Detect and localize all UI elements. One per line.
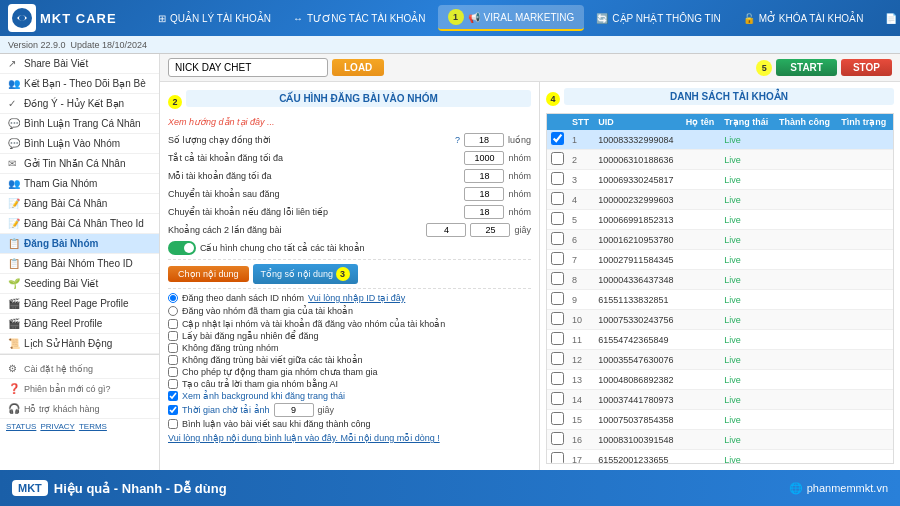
footer-slogan: Hiệu quả - Nhanh - Dễ dùng (54, 481, 227, 496)
config-input-3[interactable] (464, 169, 504, 183)
sidebar-item-binh-luan-nhom[interactable]: 💬 Bình Luận Vào Nhóm (0, 134, 159, 154)
checkbox-thoi-gian-cho[interactable] (168, 405, 178, 415)
checkbox-khong-trung-bai[interactable] (168, 355, 178, 365)
checkbox-tao-cau-tra-loi[interactable] (168, 379, 178, 389)
row-tinh-trang-6 (837, 230, 893, 250)
row-checkbox-3[interactable] (547, 170, 568, 190)
checkbox-row-7: Xem ảnh background khi đăng trang thái (168, 391, 531, 401)
search-input[interactable] (168, 58, 328, 77)
config-input-4[interactable] (464, 187, 504, 201)
settings-icon: ⚙ (8, 363, 20, 374)
tab-quan-ly-noi-dung[interactable]: 📄 QUẢN LÝ NỘI DUNG (875, 9, 900, 28)
table-row: 7 100027911584345 Live (547, 250, 893, 270)
sidebar-item-dang-bai-nhom[interactable]: 📋 Đăng Bài Nhóm (0, 234, 159, 254)
checkbox-binh-luan-sau[interactable] (168, 419, 178, 429)
account-panel: 4 DANH SÁCH TÀI KHOẢN STT UID Họ tên Trạ… (540, 82, 900, 470)
content-number-3: 3 (336, 267, 350, 281)
radio-danh-sach-id[interactable] (168, 293, 178, 303)
row-checkbox-7[interactable] (547, 250, 568, 270)
chon-noi-dung-button[interactable]: Chọn nội dung (168, 266, 249, 282)
search-box: LOAD (168, 58, 384, 77)
row-checkbox-9[interactable] (547, 290, 568, 310)
sidebar-item-phien-ban[interactable]: ❓ Phiên bản mới có gì? (0, 379, 159, 399)
tab-tuong-tac[interactable]: ↔ TƯƠNG TÁC TÀI KHOẢN (283, 9, 436, 28)
sidebar-item-tham-gia-nhom[interactable]: 👥 Tham Gia Nhóm (0, 174, 159, 194)
row-checkbox-12[interactable] (547, 350, 568, 370)
sidebar-item-binh-luan-trang[interactable]: 💬 Bình Luận Trang Cá Nhân (0, 114, 159, 134)
config-input-5[interactable] (464, 205, 504, 219)
help-icon-1[interactable]: ? (455, 135, 460, 145)
row-thanh-cong-9 (775, 290, 837, 310)
account-table: STT UID Họ tên Trạng thái Thành công Tìn… (547, 114, 893, 464)
row-checkbox-2[interactable] (547, 150, 568, 170)
row-checkbox-6[interactable] (547, 230, 568, 250)
config-hint[interactable]: Xem hướng dẫn tại đây ... (168, 117, 531, 127)
row-tinh-trang-13 (837, 370, 893, 390)
radio-nhom-tham-gia[interactable] (168, 306, 178, 316)
sidebar-item-dang-bai-ca-nhan-id[interactable]: 📝 Đăng Bài Cá Nhân Theo Id (0, 214, 159, 234)
table-row: 8 100004336437348 Live (547, 270, 893, 290)
stop-button[interactable]: STOP (841, 59, 892, 76)
config-unit-1: luồng (508, 135, 531, 145)
row-checkbox-5[interactable] (547, 210, 568, 230)
row-checkbox-8[interactable] (547, 270, 568, 290)
privacy-link[interactable]: PRIVACY (40, 422, 75, 431)
config-input-1[interactable] (464, 133, 504, 147)
bottom-link[interactable]: Vui lòng nhập nội dung bình luận vào đây… (168, 433, 531, 443)
start-button[interactable]: START (776, 59, 837, 76)
sidebar-item-dang-bai-nhom-id[interactable]: 📋 Đăng Bài Nhóm Theo ID (0, 254, 159, 274)
config-input-6a[interactable] (426, 223, 466, 237)
sidebar-item-dang-bai-ca-nhan[interactable]: 📝 Đăng Bài Cá Nhân (0, 194, 159, 214)
table-row: 13 100048086892382 Live (547, 370, 893, 390)
row-checkbox-17[interactable] (547, 450, 568, 465)
row-uid-14: 100037441780973 (594, 390, 682, 410)
row-checkbox-1[interactable] (547, 130, 568, 150)
checkbox-cap-nhat-nhom[interactable] (168, 319, 178, 329)
sidebar-item-ket-ban[interactable]: 👥 Kết Bạn - Theo Dõi Bạn Bè (0, 74, 159, 94)
row-checkbox-4[interactable] (547, 190, 568, 210)
sidebar-item-cai-dat[interactable]: ⚙ Cài đặt hệ thống (0, 359, 159, 379)
sidebar-item-ho-tro[interactable]: 🎧 Hỗ trợ khách hàng (0, 399, 159, 419)
sidebar-item-lich-su[interactable]: 📜 Lịch Sử Hành Động (0, 334, 159, 354)
status-link[interactable]: STATUS (6, 422, 36, 431)
tab-mo-khoa-tai-khoan[interactable]: 🔓 MỞ KHÓA TÀI KHOẢN (733, 9, 874, 28)
row-stt-6: 6 (568, 230, 594, 250)
post2-icon: 📝 (8, 218, 20, 229)
checkbox-ngau-nhien[interactable] (168, 331, 178, 341)
check-icon: ✓ (8, 98, 20, 109)
load-button[interactable]: LOAD (332, 59, 384, 76)
row-checkbox-15[interactable] (547, 410, 568, 430)
row-checkbox-13[interactable] (547, 370, 568, 390)
checkbox-xem-anh-bg[interactable] (168, 391, 178, 401)
footer-logo-box: MKT (12, 480, 48, 496)
checkbox-tu-dong-tham-gia[interactable] (168, 367, 178, 377)
sidebar-item-seeding[interactable]: 🌱 Seeding Bài Viết (0, 274, 159, 294)
sidebar-item-dong-y[interactable]: ✓ Đồng Ý - Hủy Kết Bạn (0, 94, 159, 114)
row-checkbox-11[interactable] (547, 330, 568, 350)
sidebar-item-dang-reel-profile[interactable]: 🎬 Đăng Reel Profile (0, 314, 159, 334)
config-input-6b[interactable] (470, 223, 510, 237)
footer-website[interactable]: 🌐 phanmemmkt.vn (789, 482, 888, 495)
link-nhap-id[interactable]: Vui lòng nhập ID tại đây (308, 293, 405, 303)
sidebar-item-share-bai-viet[interactable]: ↗ Share Bài Viết (0, 54, 159, 74)
row-uid-15: 100075037854358 (594, 410, 682, 430)
row-thanh-cong-1 (775, 130, 837, 150)
sidebar-item-gui-tin-nhan[interactable]: ✉ Gởi Tin Nhắn Cá Nhân (0, 154, 159, 174)
row-checkbox-16[interactable] (547, 430, 568, 450)
content-buttons-row: Chọn nội dung Tổng số nội dung 3 (168, 264, 531, 284)
config-input-2[interactable] (464, 151, 504, 165)
tab-quan-ly-tai-khoan[interactable]: ⊞ QUẢN LÝ TÀI KHOẢN (148, 9, 281, 28)
row-checkbox-10[interactable] (547, 310, 568, 330)
tab-viral-marketing[interactable]: 1 📢 VIRAL MARKETING (438, 5, 585, 31)
row-checkbox-14[interactable] (547, 390, 568, 410)
tong-noi-dung-button[interactable]: Tổng số nội dung 3 (253, 264, 358, 284)
row-trang-thai-6: Live (720, 230, 775, 250)
row-tinh-trang-5 (837, 210, 893, 230)
checkbox-khong-trung-nhom[interactable] (168, 343, 178, 353)
tab-cap-nhat-thong-tin[interactable]: 🔄 CẬP NHẬT THÔNG TIN (586, 9, 730, 28)
unit-giay: giây (318, 405, 335, 415)
sidebar-item-dang-reel-page[interactable]: 🎬 Đăng Reel Page Profile (0, 294, 159, 314)
toggle-switch[interactable] (168, 241, 196, 255)
config-input-time[interactable] (274, 403, 314, 417)
terms-link[interactable]: TERMS (79, 422, 107, 431)
